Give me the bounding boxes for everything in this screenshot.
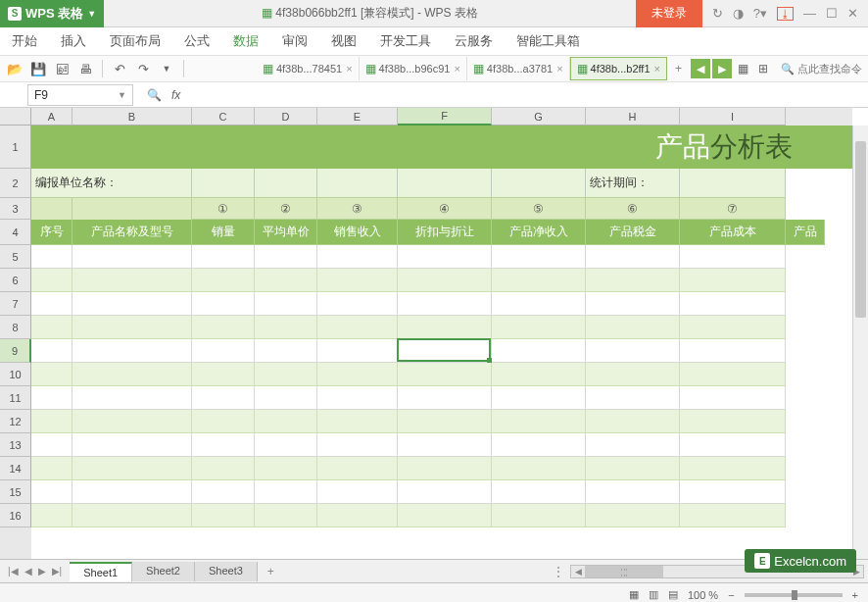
cell[interactable]: 编报单位名称：: [31, 169, 192, 198]
cell[interactable]: [492, 433, 586, 457]
row-header-3[interactable]: 3: [0, 198, 31, 220]
close-button[interactable]: ✕: [847, 6, 858, 21]
zoom-level[interactable]: 100 %: [688, 589, 718, 601]
vertical-scrollbar[interactable]: [852, 125, 868, 559]
menu-公式[interactable]: 公式: [184, 32, 210, 50]
cell[interactable]: [586, 433, 680, 457]
cell[interactable]: [586, 504, 680, 527]
cell[interactable]: ⑦: [680, 198, 786, 220]
login-button[interactable]: 未登录: [636, 0, 702, 27]
cell[interactable]: [317, 457, 398, 480]
view-layout-icon[interactable]: ▤: [668, 588, 678, 601]
cell[interactable]: [586, 245, 680, 269]
cell[interactable]: ⑥: [586, 198, 680, 220]
header-cell[interactable]: 折扣与折让: [398, 220, 492, 245]
cell[interactable]: ①: [192, 198, 255, 220]
cell[interactable]: [72, 269, 192, 292]
cell[interactable]: ④: [398, 198, 492, 220]
close-tab-icon[interactable]: ×: [654, 63, 660, 75]
cell[interactable]: [192, 316, 255, 339]
hscroll-splitter[interactable]: ⋮: [547, 565, 570, 578]
cell[interactable]: [255, 386, 317, 410]
vertical-scroll-thumb[interactable]: [855, 141, 866, 318]
cell[interactable]: [398, 433, 492, 457]
cell[interactable]: [192, 339, 255, 363]
cell[interactable]: [31, 504, 72, 527]
select-all-corner[interactable]: [0, 108, 31, 125]
cell[interactable]: [492, 363, 586, 386]
row-header-1[interactable]: 1: [0, 125, 31, 169]
cell[interactable]: [317, 480, 398, 504]
row-header-6[interactable]: 6: [0, 269, 31, 292]
cell[interactable]: [255, 457, 317, 480]
cell[interactable]: [317, 386, 398, 410]
close-tab-icon[interactable]: ×: [346, 63, 352, 75]
cell[interactable]: [317, 169, 398, 198]
cell[interactable]: [72, 386, 192, 410]
cell[interactable]: [255, 245, 317, 269]
col-header-F[interactable]: F: [398, 108, 492, 125]
view-page-icon[interactable]: ▥: [649, 588, 658, 601]
open-icon[interactable]: 📂: [6, 60, 24, 77]
cell[interactable]: [31, 245, 72, 269]
cell[interactable]: [492, 269, 586, 292]
cell[interactable]: [72, 480, 192, 504]
header-cell[interactable]: 平均单价: [255, 220, 317, 245]
close-tab-icon[interactable]: ×: [556, 63, 562, 75]
print-icon[interactable]: 🖶: [76, 60, 94, 77]
spreadsheet-grid[interactable]: ABCDEFGHI 12345678910111213141516 产品分析表 …: [0, 108, 868, 559]
cell[interactable]: [492, 504, 586, 527]
row-header-4[interactable]: 4: [0, 220, 31, 245]
cell[interactable]: [72, 198, 192, 220]
cell[interactable]: [192, 433, 255, 457]
cell[interactable]: [72, 433, 192, 457]
col-header-B[interactable]: B: [72, 108, 192, 125]
sheet-tab-Sheet2[interactable]: Sheet2: [132, 562, 195, 581]
cell[interactable]: [255, 316, 317, 339]
cell[interactable]: [72, 245, 192, 269]
cell[interactable]: [680, 386, 786, 410]
cell[interactable]: [492, 245, 586, 269]
row-header-2[interactable]: 2: [0, 169, 31, 198]
sheet-last-icon[interactable]: ▶|: [50, 564, 65, 578]
cell[interactable]: [317, 269, 398, 292]
cell[interactable]: [192, 504, 255, 527]
row-header-14[interactable]: 14: [0, 457, 31, 480]
cell[interactable]: [680, 480, 786, 504]
cell[interactable]: [680, 363, 786, 386]
row-header-7[interactable]: 7: [0, 292, 31, 316]
cell[interactable]: [586, 292, 680, 316]
cell[interactable]: ③: [317, 198, 398, 220]
cell[interactable]: [255, 269, 317, 292]
sheet-tab-Sheet1[interactable]: Sheet1: [70, 562, 132, 581]
sheet-first-icon[interactable]: |◀: [6, 564, 21, 578]
cell[interactable]: [492, 316, 586, 339]
cell[interactable]: [31, 386, 72, 410]
cell[interactable]: [192, 480, 255, 504]
menu-开始[interactable]: 开始: [12, 32, 37, 50]
header-cell[interactable]: 销量: [192, 220, 255, 245]
cell[interactable]: [192, 386, 255, 410]
name-box[interactable]: F9 ▼: [27, 84, 133, 106]
add-sheet-button[interactable]: +: [258, 562, 284, 581]
cell[interactable]: [192, 169, 255, 198]
cell[interactable]: [31, 339, 72, 363]
maximize-button[interactable]: ☐: [826, 6, 838, 21]
header-cell[interactable]: 销售收入: [317, 220, 398, 245]
window-arrange-icon[interactable]: ⊞: [753, 62, 773, 75]
cell[interactable]: [680, 410, 786, 433]
cell[interactable]: [31, 316, 72, 339]
redo-icon[interactable]: ↷: [134, 60, 152, 77]
col-header-H[interactable]: H: [586, 108, 680, 125]
row-header-12[interactable]: 12: [0, 410, 31, 433]
cell[interactable]: [680, 339, 786, 363]
cell[interactable]: [255, 433, 317, 457]
col-header-D[interactable]: D: [255, 108, 317, 125]
col-header-E[interactable]: E: [317, 108, 398, 125]
row-header-9[interactable]: 9: [0, 339, 31, 363]
cell[interactable]: [398, 292, 492, 316]
row-header-15[interactable]: 15: [0, 480, 31, 504]
cell[interactable]: [72, 410, 192, 433]
col-header-I[interactable]: I: [680, 108, 786, 125]
menu-智能工具箱[interactable]: 智能工具箱: [516, 32, 580, 50]
